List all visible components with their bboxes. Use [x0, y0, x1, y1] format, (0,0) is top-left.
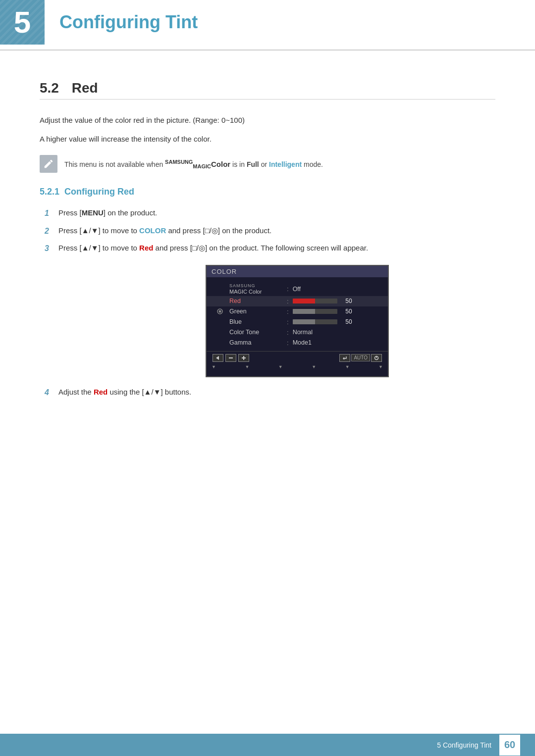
note-icon	[40, 155, 57, 173]
toolbar-arrows: ▼ ▼ ▼ ▼ ▼ ▼	[207, 364, 388, 371]
monitor-screen-wrap: COLOR SAMSUNG MAGIC Color : Off	[99, 265, 495, 377]
note-box: This menu is not available when SAMSUNGM…	[40, 155, 495, 173]
monitor-screen: COLOR SAMSUNG MAGIC Color : Off	[206, 265, 389, 377]
steps-list: 1 Press [MENU] on the product. 2 Press […	[45, 207, 495, 255]
footer-text: 5 Configuring Tint	[437, 741, 491, 749]
green-bar-fill	[293, 309, 315, 314]
monitor-row-blue: Blue : 50	[207, 317, 388, 327]
monitor-label-samsung: SAMSUNG MAGIC Color	[214, 284, 283, 295]
toolbar-btn-minus[interactable]	[225, 354, 236, 362]
chapter-number: 5	[14, 7, 31, 38]
monitor-label-red: Red	[214, 298, 283, 304]
section-name: Red	[72, 80, 98, 96]
monitor-toolbar: AUTO	[207, 351, 388, 364]
svg-point-1	[219, 310, 221, 313]
chapter-number-block: 5	[0, 0, 45, 45]
svg-rect-3	[229, 357, 233, 358]
toolbar-btn-prev[interactable]	[213, 354, 223, 362]
section-heading: 5.2 Red	[40, 80, 495, 100]
blue-bar-fill	[293, 319, 315, 324]
description-2: A higher value will increase the intensi…	[40, 133, 495, 145]
description-1: Adjust the value of the color red in the…	[40, 114, 495, 126]
blue-bar-track	[293, 319, 337, 324]
monitor-body: SAMSUNG MAGIC Color : Off Red :	[207, 277, 388, 376]
monitor-row-red: Red : 50	[207, 296, 388, 306]
step-3: 3 Press [▲/▼] to move to Red and press […	[45, 242, 495, 255]
subsection-name: Configuring Red	[64, 187, 134, 197]
step-4: 4 Adjust the Red using the [▲/▼] buttons…	[45, 386, 495, 399]
toolbar-btn-power[interactable]	[371, 354, 382, 362]
monitor-row-green: Green : 50	[207, 306, 388, 317]
camera-icon	[216, 308, 223, 315]
step-2: 2 Press [▲/▼] to move to COLOR and press…	[45, 225, 495, 238]
subsection-heading: 5.2.1 Configuring Red	[40, 187, 495, 197]
monitor-row-gamma: Gamma : Mode1	[207, 338, 388, 348]
monitor-title-bar: COLOR	[207, 266, 388, 277]
svg-marker-2	[216, 356, 219, 360]
section-number: 5.2	[40, 80, 59, 96]
monitor-row-color-tone: Color Tone : Normal	[207, 327, 388, 338]
toolbar-btn-enter[interactable]	[339, 354, 350, 362]
steps-list-2: 4 Adjust the Red using the [▲/▼] buttons…	[45, 386, 495, 399]
pencil-icon	[43, 158, 54, 169]
main-content: 5.2 Red Adjust the value of the color re…	[0, 70, 535, 448]
toolbar-auto-label[interactable]: AUTO	[351, 354, 370, 361]
step-1: 1 Press [MENU] on the product.	[45, 207, 495, 220]
page-footer: 5 Configuring Tint 60	[0, 734, 535, 756]
toolbar-btn-plus[interactable]	[238, 354, 249, 362]
green-bar-track	[293, 309, 337, 314]
page-number: 60	[499, 735, 520, 756]
red-bar-fill	[293, 299, 315, 303]
svg-rect-5	[243, 356, 244, 360]
red-bar-track	[293, 299, 337, 303]
monitor-row-samsung: SAMSUNG MAGIC Color : Off	[207, 282, 388, 296]
chapter-header: 5 Configuring Tint	[0, 0, 535, 50]
note-text: This menu is not available when SAMSUNGM…	[64, 155, 323, 171]
chapter-title: Configuring Tint	[45, 0, 535, 45]
subsection-number: 5.2.1	[40, 187, 59, 197]
